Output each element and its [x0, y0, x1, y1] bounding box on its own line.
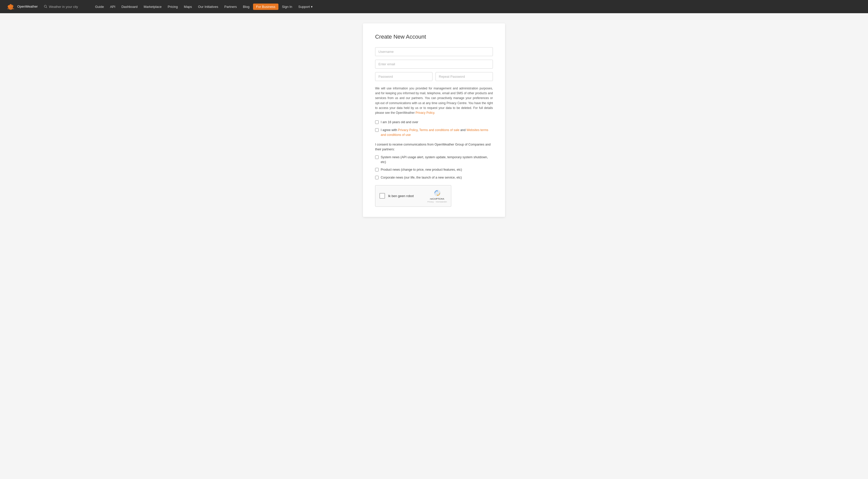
search-bar[interactable]: Weather in your city: [44, 5, 85, 9]
captcha-checkbox[interactable]: [379, 193, 385, 199]
recaptcha-box[interactable]: Ik ben geen robot reCAPTCHA Privacy ·: [375, 185, 451, 207]
nav-link-pricing[interactable]: Pricing: [165, 3, 181, 10]
recaptcha-icon: [433, 189, 441, 197]
form-title: Create New Account: [375, 33, 493, 40]
username-input[interactable]: [375, 47, 493, 56]
recaptcha-links: Privacy · Voorwaarden: [427, 201, 447, 203]
consent-section: I consent to receive communications from…: [375, 142, 493, 180]
email-group: [375, 60, 493, 68]
terms-link[interactable]: Terms and conditions of sale: [419, 128, 459, 132]
svg-point-4: [10, 4, 12, 6]
nav-link-marketplace[interactable]: Marketplace: [141, 3, 164, 10]
checkbox-agree-group: I agree with Privacy Policy, Terms and c…: [375, 128, 493, 138]
system-news-checkbox[interactable]: [375, 155, 379, 159]
captcha-left: Ik ben geen robot: [379, 193, 414, 199]
captcha-label: Ik ben geen robot: [388, 194, 414, 198]
repeat-password-input[interactable]: [436, 72, 493, 81]
privacy-policy-link[interactable]: Privacy Policy: [398, 128, 417, 132]
checkbox-product-group: Product news (change to price, new produ…: [375, 168, 493, 172]
system-news-label: System news (API usage alert, system upd…: [381, 155, 493, 164]
recaptcha-privacy-link[interactable]: Privacy: [427, 201, 434, 203]
product-news-checkbox[interactable]: [375, 168, 379, 172]
product-news-label: Product news (change to price, new produ…: [381, 168, 462, 172]
email-input[interactable]: [375, 60, 493, 68]
age-checkbox[interactable]: [375, 120, 379, 124]
nav-link-maps[interactable]: Maps: [182, 3, 195, 10]
page-content: Create New Account We will use informati…: [0, 13, 868, 479]
search-icon: [44, 5, 48, 8]
nav-link-partners[interactable]: Partners: [222, 3, 239, 10]
age-checkbox-label: I am 16 years old and over: [381, 120, 418, 125]
privacy-info-text: We will use information you provided for…: [375, 86, 493, 115]
username-group: [375, 47, 493, 56]
nav-link-sign-in[interactable]: Sign In: [279, 3, 294, 10]
corporate-news-label: Corporate news (our life, the launch of …: [381, 175, 462, 180]
recaptcha-terms-link[interactable]: Voorwaarden: [436, 201, 447, 203]
svg-point-5: [44, 5, 46, 7]
checkbox-age-group: I am 16 years old and over: [375, 120, 493, 125]
checkbox-corporate-group: Corporate news (our life, the launch of …: [375, 175, 493, 180]
logo-text: OpenWeather: [17, 5, 38, 9]
nav-link-for-business[interactable]: For Business: [253, 4, 278, 10]
agree-checkbox-label: I agree with Privacy Policy, Terms and c…: [381, 128, 493, 138]
nav-link-support[interactable]: Support ▾: [296, 3, 315, 10]
privacy-policy-link-text[interactable]: Privacy Policy.: [415, 111, 435, 115]
password-input[interactable]: [375, 72, 432, 81]
checkbox-system-group: System news (API usage alert, system upd…: [375, 155, 493, 164]
logo-link[interactable]: OpenWeather: [6, 2, 38, 11]
captcha-right: reCAPTCHA Privacy · Voorwaarden: [427, 189, 447, 203]
nav-link-blog[interactable]: Blog: [240, 3, 252, 10]
consent-title: I consent to receive communications from…: [375, 142, 493, 152]
svg-line-6: [46, 7, 47, 8]
nav-link-our-initiatives[interactable]: Our Initiatives: [195, 3, 221, 10]
nav-link-guide[interactable]: Guide: [93, 3, 106, 10]
navbar: OpenWeather Weather in your city Guide A…: [0, 0, 868, 13]
recaptcha-brand-label: reCAPTCHA: [430, 198, 444, 200]
search-placeholder: Weather in your city: [49, 5, 78, 9]
nav-link-api[interactable]: API: [107, 3, 118, 10]
nav-link-dashboard[interactable]: Dashboard: [119, 3, 140, 10]
nav-links: Guide API Dashboard Marketplace Pricing …: [93, 3, 862, 10]
password-row: [375, 72, 493, 81]
agree-checkbox[interactable]: [375, 128, 379, 132]
form-card: Create New Account We will use informati…: [363, 23, 505, 217]
captcha-container: Ik ben geen robot reCAPTCHA Privacy ·: [375, 185, 493, 207]
corporate-news-checkbox[interactable]: [375, 176, 379, 179]
svg-rect-3: [7, 8, 14, 9]
